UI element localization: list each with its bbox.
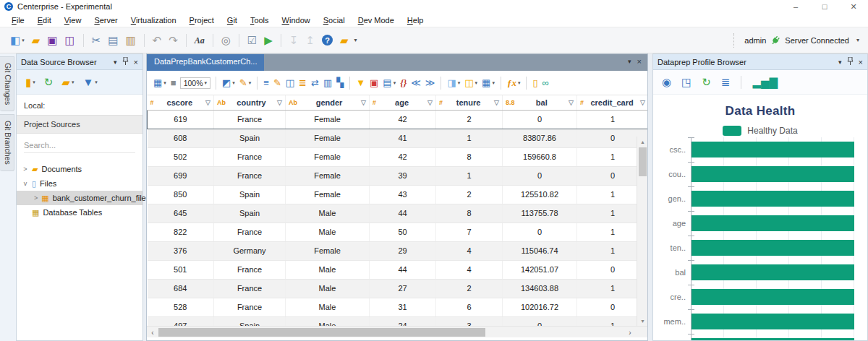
tab-list-icon[interactable]: ▾ xyxy=(628,58,631,65)
table-cell[interactable]: 1 xyxy=(436,166,503,185)
close-panel-icon[interactable]: × xyxy=(859,58,863,66)
refresh-icon[interactable]: ↻ xyxy=(41,74,56,90)
table-cell[interactable]: Female xyxy=(286,110,370,129)
table-row[interactable]: 645SpainMale448113755.781 xyxy=(148,204,648,223)
table-cell[interactable]: 850 xyxy=(148,185,214,204)
table-row[interactable]: 850SpainFemale432125510.821 xyxy=(148,185,648,204)
split-column-icon[interactable]: ◫▾ xyxy=(462,76,480,90)
table-cell[interactable]: 619 xyxy=(148,110,214,129)
table-row[interactable]: 376GermanyFemale294115046.741 xyxy=(148,241,648,260)
table-cell[interactable]: Female xyxy=(286,166,370,185)
table-cell[interactable]: 39 xyxy=(370,166,436,185)
column-header-age[interactable]: #age▽ xyxy=(370,95,436,110)
table-cell[interactable]: France xyxy=(214,279,286,298)
table-cell[interactable]: 2 xyxy=(436,185,503,204)
search-input[interactable]: Search... xyxy=(24,141,135,153)
cut-icon[interactable]: ✂ xyxy=(89,33,104,48)
table-cell[interactable]: Male xyxy=(286,279,370,298)
start-dataflow-icon[interactable]: ▶ xyxy=(261,33,276,48)
layout-icon[interactable]: ▚ xyxy=(334,76,346,90)
profile-search-icon[interactable]: ◉ xyxy=(659,74,674,90)
table-cell[interactable]: France xyxy=(214,260,286,279)
filter-icon[interactable]: ▼▾ xyxy=(80,74,100,90)
column-header-cscore[interactable]: #cscore▽ xyxy=(148,95,214,110)
copy-icon[interactable]: ▤ xyxy=(105,33,121,48)
table-cell[interactable]: 376 xyxy=(148,241,214,260)
table-cell[interactable]: 0 xyxy=(503,110,577,129)
window-position-icon[interactable]: ▾ xyxy=(838,59,842,66)
table-cell[interactable]: 50 xyxy=(370,223,436,241)
table-cell[interactable]: Male xyxy=(286,223,370,241)
table-cell[interactable]: Female xyxy=(286,185,370,204)
paste-icon[interactable]: ▥ xyxy=(122,33,138,48)
open-icon[interactable]: ▰ xyxy=(29,33,43,48)
menu-tools[interactable]: Tools xyxy=(244,14,275,26)
tree-item-database-tables[interactable]: ▦Database Tables xyxy=(17,205,142,220)
tree-expander-icon[interactable]: > xyxy=(34,194,38,202)
rename-field-icon[interactable]: ◫ xyxy=(284,76,297,90)
table-cell[interactable]: 699 xyxy=(148,166,214,185)
expand-view-icon[interactable]: ◳ xyxy=(678,74,694,90)
table-cell[interactable]: 83807.86 xyxy=(503,129,577,147)
table-cell[interactable]: 42 xyxy=(370,147,436,166)
table-cell[interactable]: 27 xyxy=(370,279,436,298)
table-cell[interactable]: 0 xyxy=(503,166,577,185)
window-position-icon[interactable]: ▾ xyxy=(114,59,117,66)
split-icon[interactable]: ≪ xyxy=(409,76,423,90)
column-filter-icon[interactable]: ▽ xyxy=(277,99,282,106)
table-cell[interactable]: 8 xyxy=(436,204,503,223)
column-filter-icon[interactable]: ▽ xyxy=(361,99,366,106)
menu-window[interactable]: Window xyxy=(276,14,316,26)
add-database-source-icon[interactable]: ▮▾ xyxy=(22,74,38,90)
table-cell[interactable]: France xyxy=(214,298,286,316)
table-cell[interactable]: 43 xyxy=(370,185,436,204)
merge-icon[interactable]: ≫ xyxy=(423,76,438,90)
add-file-source-icon[interactable]: ▰▾ xyxy=(59,74,77,90)
add-field-icon[interactable]: ≡ xyxy=(261,76,271,90)
records-icon[interactable]: ≣ xyxy=(297,76,309,90)
table-row[interactable]: 608SpainFemale41183807.860 xyxy=(148,129,648,147)
verify-icon[interactable]: ☑ xyxy=(244,33,260,48)
table-cell[interactable]: 41 xyxy=(370,129,436,147)
table-cell[interactable]: 102016.72 xyxy=(503,298,577,316)
table-cell[interactable]: 501 xyxy=(148,260,214,279)
new-dataflow-icon[interactable]: ◧▾ xyxy=(7,33,27,48)
table-cell[interactable]: France xyxy=(214,147,286,166)
scroll-down-icon[interactable]: ▼ xyxy=(637,316,647,326)
vertical-scroll-thumb[interactable] xyxy=(639,147,647,176)
save-all-icon[interactable]: ◫ xyxy=(61,33,77,48)
refresh-profile-icon[interactable]: ↻ xyxy=(699,74,714,90)
data-quality-icon[interactable]: ◩▾ xyxy=(220,76,237,90)
redo-icon[interactable]: ↷ xyxy=(166,33,181,48)
table-cell[interactable]: 608 xyxy=(148,129,214,147)
table-cell[interactable]: 4 xyxy=(436,241,503,260)
vertical-scrollbar[interactable]: ▲ ▼ xyxy=(637,137,647,326)
horizontal-scroll-thumb[interactable] xyxy=(158,328,485,337)
table-cell[interactable]: 125510.82 xyxy=(503,185,577,204)
project-sources-header[interactable]: Project Sources xyxy=(17,115,142,134)
table-cell[interactable]: Male xyxy=(286,260,370,279)
column-filter-icon[interactable]: ▽ xyxy=(569,99,574,106)
table-cell[interactable]: 528 xyxy=(148,298,214,316)
table-cell[interactable]: France xyxy=(214,166,286,185)
table-cell[interactable]: 8 xyxy=(436,147,503,166)
side-tab-git-branches[interactable]: Git Branches xyxy=(0,114,14,171)
tree-expander-icon[interactable]: v xyxy=(22,180,28,187)
menu-help[interactable]: Help xyxy=(401,14,430,26)
stop-icon[interactable]: ■ xyxy=(169,76,179,90)
table-cell[interactable]: 29 xyxy=(370,241,436,260)
menu-view[interactable]: View xyxy=(59,14,88,26)
table-cell[interactable]: 42 xyxy=(370,110,436,129)
rules-icon[interactable]: ✎▾ xyxy=(237,76,253,90)
table-cell[interactable]: 2 xyxy=(436,110,503,129)
column-header-credit_card[interactable]: #credit_card▽ xyxy=(577,95,648,110)
cleanse-icon[interactable]: ▯ xyxy=(530,76,540,90)
table-cell[interactable]: Spain xyxy=(214,185,286,204)
table-cell[interactable]: Female xyxy=(286,241,370,260)
table-cell[interactable]: Germany xyxy=(214,241,286,260)
find-icon[interactable]: ◎ xyxy=(218,33,234,48)
menu-dev-mode[interactable]: Dev Mode xyxy=(352,14,400,26)
job-progress-icon[interactable]: ↧ xyxy=(286,33,302,48)
table-cell[interactable]: 822 xyxy=(148,223,214,241)
table-cell[interactable]: 113755.78 xyxy=(503,204,577,223)
